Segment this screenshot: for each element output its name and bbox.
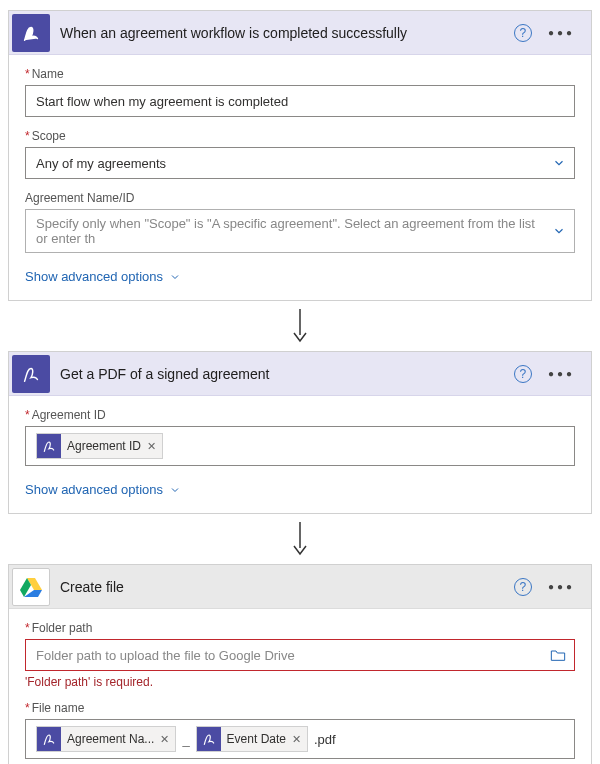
chevron-down-icon <box>552 224 566 238</box>
card-create-file: Create file ? ●●● Folder path Folder pat… <box>8 564 592 764</box>
adobe-sign-icon <box>12 355 50 393</box>
chevron-down-icon <box>169 271 181 283</box>
chevron-down-icon <box>552 156 566 170</box>
show-advanced-link[interactable]: Show advanced options <box>9 482 181 513</box>
show-advanced-link[interactable]: Show advanced options <box>9 269 181 300</box>
file-name-input[interactable]: Agreement Na... ✕ _ Event Date ✕ .pdf <box>25 719 575 759</box>
name-input[interactable]: Start flow when my agreement is complete… <box>25 85 575 117</box>
adobe-sign-icon <box>37 434 61 458</box>
google-drive-icon <box>12 568 50 606</box>
name-label: Name <box>25 67 575 81</box>
chevron-down-icon <box>169 484 181 496</box>
field-scope: Scope Any of my agreements <box>25 129 575 179</box>
token-event-date[interactable]: Event Date ✕ <box>196 726 308 752</box>
agreement-id-label: Agreement ID <box>25 408 575 422</box>
separator-text: _ <box>180 732 191 747</box>
card-header[interactable]: Get a PDF of a signed agreement ? ●●● <box>9 352 591 396</box>
folder-path-error: 'Folder path' is required. <box>25 675 575 689</box>
field-file-name: File name Agreement Na... ✕ _ Event Date… <box>25 701 575 759</box>
scope-label: Scope <box>25 129 575 143</box>
token-remove-icon[interactable]: ✕ <box>292 733 301 746</box>
agreement-label: Agreement Name/ID <box>25 191 575 205</box>
scope-select[interactable]: Any of my agreements <box>25 147 575 179</box>
help-icon[interactable]: ? <box>514 365 532 383</box>
token-remove-icon[interactable]: ✕ <box>147 440 156 453</box>
adobe-sign-icon <box>37 727 61 751</box>
card-body: Agreement ID Agreement ID ✕ <box>9 396 591 482</box>
arrow-connector <box>8 518 592 564</box>
field-folder-path: Folder path Folder path to upload the fi… <box>25 621 575 689</box>
card-title: When an agreement workflow is completed … <box>60 25 514 41</box>
folder-picker-icon[interactable] <box>550 648 566 662</box>
file-name-label: File name <box>25 701 575 715</box>
card-agreement-trigger: When an agreement workflow is completed … <box>8 10 592 301</box>
card-body: Name Start flow when my agreement is com… <box>9 55 591 269</box>
field-agreement-name-id: Agreement Name/ID Specify only when "Sco… <box>25 191 575 253</box>
token-agreement-id[interactable]: Agreement ID ✕ <box>36 433 163 459</box>
adobe-sign-icon <box>12 14 50 52</box>
card-title: Create file <box>60 579 514 595</box>
filename-suffix: .pdf <box>312 732 336 747</box>
help-icon[interactable]: ? <box>514 578 532 596</box>
folder-path-input[interactable]: Folder path to upload the file to Google… <box>25 639 575 671</box>
agreement-select[interactable]: Specify only when "Scope" is "A specific… <box>25 209 575 253</box>
token-agreement-name[interactable]: Agreement Na... ✕ <box>36 726 176 752</box>
field-agreement-id: Agreement ID Agreement ID ✕ <box>25 408 575 466</box>
card-get-pdf: Get a PDF of a signed agreement ? ●●● Ag… <box>8 351 592 514</box>
arrow-connector <box>8 305 592 351</box>
agreement-id-input[interactable]: Agreement ID ✕ <box>25 426 575 466</box>
card-header[interactable]: When an agreement workflow is completed … <box>9 11 591 55</box>
card-body: Folder path Folder path to upload the fi… <box>9 609 591 764</box>
help-icon[interactable]: ? <box>514 24 532 42</box>
token-remove-icon[interactable]: ✕ <box>160 733 169 746</box>
card-title: Get a PDF of a signed agreement <box>60 366 514 382</box>
card-header[interactable]: Create file ? ●●● <box>9 565 591 609</box>
adobe-sign-icon <box>197 727 221 751</box>
more-icon[interactable]: ●●● <box>544 27 583 38</box>
more-icon[interactable]: ●●● <box>544 581 583 592</box>
field-name: Name Start flow when my agreement is com… <box>25 67 575 117</box>
more-icon[interactable]: ●●● <box>544 368 583 379</box>
folder-path-label: Folder path <box>25 621 575 635</box>
